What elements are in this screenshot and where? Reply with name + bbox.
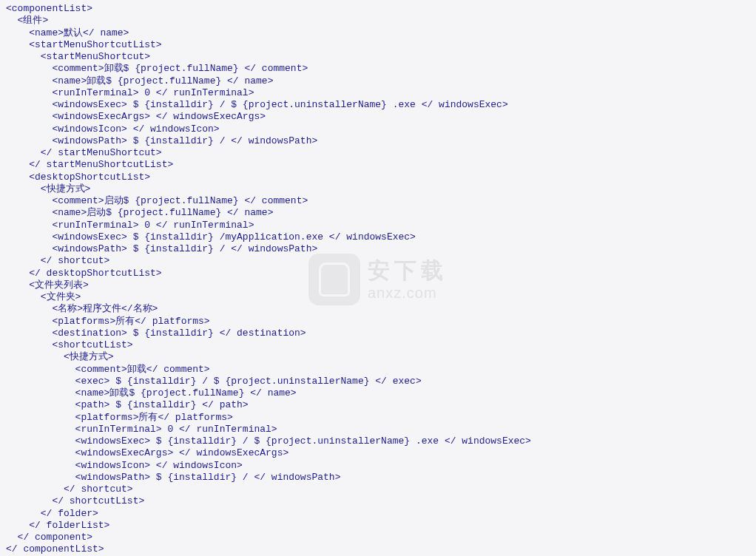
code-line: <windowsExecArgs> </ windowsExecArgs>	[6, 447, 750, 459]
code-line: <comment>卸载</ comment>	[6, 364, 750, 376]
code-line: </ folderList>	[6, 520, 750, 532]
code-line: <名称>程序文件</名称>	[6, 303, 750, 315]
code-line: <windowsPath> $ {installdir} / </ window…	[6, 135, 750, 147]
code-line: <startMenuShortcut>	[6, 51, 750, 63]
code-line: </ folder>	[6, 508, 750, 520]
code-line: <文件夹列表>	[6, 279, 750, 291]
code-line: <name>卸载$ {project.fullName} </ name>	[6, 387, 750, 399]
code-line: <platforms>所有</ platforms>	[6, 412, 750, 424]
code-line: <path> $ {installdir} </ path>	[6, 399, 750, 411]
code-line: </ shortcutList>	[6, 495, 750, 507]
code-line: <name>默认</ name>	[6, 27, 750, 39]
code-line: <文件夹>	[6, 291, 750, 303]
code-line: <comment>卸载$ {project.fullName} </ comme…	[6, 63, 750, 75]
code-line: <platforms>所有</ platforms>	[6, 316, 750, 328]
code-line: <windowsPath> $ {installdir} / </ window…	[6, 472, 750, 484]
code-line: <destination> $ {installdir} </ destinat…	[6, 328, 750, 339]
code-line: <windowsExecArgs> </ windowsExecArgs>	[6, 111, 750, 123]
xml-code-block: <componentList> <组件> <name>默认</ name> <s…	[6, 3, 750, 556]
code-line: <runInTerminal> 0 </ runInTerminal>	[6, 424, 750, 435]
code-line: <runInTerminal> 0 </ runInTerminal>	[6, 87, 750, 99]
code-line: <快捷方式>	[6, 183, 750, 195]
code-line: <desktopShortcutList>	[6, 172, 750, 183]
code-line: </ startMenuShortcut>	[6, 147, 750, 159]
code-line: <shortcutList>	[6, 339, 750, 351]
code-line: <快捷方式>	[6, 351, 750, 363]
code-line: <windowsExec> $ {installdir} / $ {projec…	[6, 435, 750, 447]
code-line: </ desktopShortcutList>	[6, 268, 750, 279]
code-line: <startMenuShortcutList>	[6, 39, 750, 51]
code-line: </ component>	[6, 532, 750, 543]
code-line: </ shortcut>	[6, 255, 750, 267]
code-line: <runInTerminal> 0 </ runInTerminal>	[6, 220, 750, 231]
code-line: <comment>启动$ {project.fullName} </ comme…	[6, 195, 750, 207]
code-line: <windowsExec> $ {installdir} /myApplicat…	[6, 231, 750, 243]
code-line: <name>启动$ {project.fullName} </ name>	[6, 207, 750, 219]
code-line: </ shortcut>	[6, 484, 750, 495]
code-line: <exec> $ {installdir} / $ {project.unins…	[6, 376, 750, 387]
code-line: <windowsPath> $ {installdir} / </ window…	[6, 243, 750, 255]
code-line: <组件>	[6, 15, 750, 27]
code-line: </ componentList>	[6, 543, 750, 555]
code-line: </ startMenuShortcutList>	[6, 159, 750, 171]
code-line: <windowsExec> $ {installdir} / $ {projec…	[6, 99, 750, 111]
code-line: <windowsIcon> </ windowsIcon>	[6, 123, 750, 135]
code-line: <componentList>	[6, 3, 750, 15]
code-line: <name>卸载$ {project.fullName} </ name>	[6, 75, 750, 87]
code-line: <windowsIcon> </ windowsIcon>	[6, 460, 750, 472]
